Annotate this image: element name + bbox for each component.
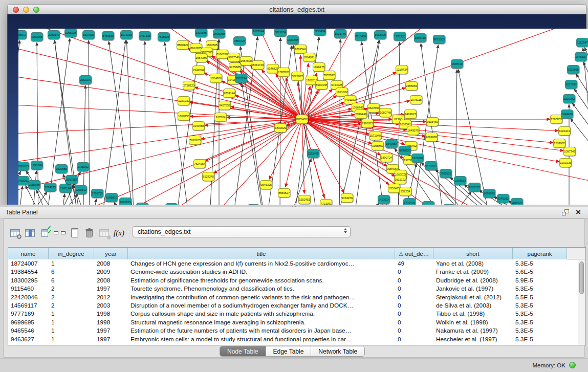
graph-node[interactable]: 1065328 [64, 29, 77, 37]
column-header-title[interactable]: title [128, 248, 395, 259]
graph-node[interactable]: 1352485 [388, 184, 400, 193]
graph-node[interactable]: 9175685 [229, 62, 241, 72]
zoom-window-button[interactable] [33, 7, 39, 13]
graph-node[interactable]: 1605380 [213, 29, 225, 38]
graph-node[interactable]: 9329965 [567, 65, 579, 74]
graph-node[interactable]: 8454749 [252, 60, 264, 70]
column-header-year[interactable]: year [94, 248, 128, 259]
float-panel-icon[interactable] [562, 209, 569, 215]
table-row[interactable]: 969969511998Structural magnetic resonanc… [8, 318, 585, 326]
graph-node[interactable]: 8860123 [177, 40, 189, 50]
graph-node[interactable]: 2803144 [223, 89, 235, 98]
graph-node[interactable]: 1097343 [563, 147, 576, 156]
graph-node[interactable]: 1615132 [394, 175, 406, 184]
graph-node[interactable]: 1099542 [483, 189, 495, 198]
table-row[interactable]: 1830029562008Estimation of significance … [8, 276, 585, 285]
graph-node[interactable]: 1795725 [91, 189, 103, 198]
graph-node[interactable]: 1640954 [385, 139, 398, 148]
tab-network-table[interactable]: Network Table [311, 346, 364, 356]
tab-edge-table[interactable]: Edge Table [266, 346, 312, 356]
graph-node[interactable]: 8186328 [216, 50, 228, 59]
graph-node[interactable]: 1654386 [195, 53, 207, 62]
graph-node[interactable]: 1696175 [313, 62, 325, 72]
graph-node[interactable]: 2405572 [18, 30, 27, 39]
graph-node[interactable]: 9827546 [228, 53, 240, 62]
graph-node[interactable]: 1098653 [454, 176, 466, 185]
graph-hub-node[interactable]: 18724007 [296, 115, 308, 124]
graph-node[interactable]: 1435061 [18, 176, 29, 185]
table-row[interactable]: 946554611997Estimation of the future num… [8, 326, 585, 335]
graph-node[interactable]: 8990448 [315, 80, 328, 90]
graph-node[interactable]: 1695810 [105, 193, 118, 202]
graph-node[interactable]: 8128245 [202, 172, 214, 181]
create-table-button[interactable] [67, 226, 82, 239]
graph-node[interactable]: 1413614 [378, 195, 390, 204]
graph-node[interactable]: 7857224 [233, 36, 246, 46]
graph-node[interactable]: 7626205 [189, 136, 201, 145]
graph-node[interactable]: 1071915 [120, 30, 133, 39]
graph-node[interactable]: 1649575 [407, 126, 419, 135]
column-header-name[interactable]: name [8, 248, 49, 259]
graph-node[interactable]: 1810755 [178, 112, 190, 121]
graph-node[interactable]: 9349456 [192, 121, 205, 130]
column-header-out_de[interactable]: △out_de… [395, 248, 433, 259]
graph-node[interactable]: 1891604 [31, 161, 43, 170]
graph-node[interactable]: 1467135 [139, 31, 151, 40]
graph-node[interactable]: 1219734 [396, 65, 408, 74]
select-all-rows-button[interactable]: ✓✓ [37, 226, 52, 239]
close-window-button[interactable] [13, 7, 19, 13]
column-header-pagerank[interactable]: pagerank [513, 248, 567, 259]
graph-node[interactable]: 1221333 [178, 96, 190, 105]
graph-node[interactable]: 1068860 [372, 141, 384, 150]
table-row[interactable]: 946362711997Embryonic stem cells: a mode… [8, 335, 585, 343]
delete-table-button[interactable] [82, 226, 97, 239]
tab-node-table[interactable]: Node Table [220, 346, 266, 356]
graph-node[interactable]: 1150434 [314, 29, 326, 36]
graph-node[interactable]: 2626655 [18, 162, 29, 171]
network-canvas[interactable]: 8860123891295518226059827508818632898275… [18, 29, 588, 211]
function-builder-button[interactable]: f(x) [112, 226, 126, 239]
close-panel-icon[interactable]: × [576, 209, 581, 216]
scrollbar-thumb[interactable] [579, 261, 584, 294]
graph-node[interactable]: 1735992 [77, 162, 89, 171]
graph-node[interactable]: 1864091 [303, 53, 315, 62]
graph-node[interactable]: 252254 [399, 187, 411, 196]
graph-node[interactable]: 1687044 [252, 29, 265, 36]
table-row[interactable]: 977716911998Corpus callosum shape and si… [8, 310, 585, 318]
row-height-button[interactable] [52, 226, 67, 239]
graph-node[interactable]: 2667608 [240, 56, 252, 65]
graph-node[interactable]: 1572040 [369, 131, 381, 140]
graph-node[interactable]: 9671005 [433, 35, 445, 44]
table-row[interactable]: 911546021997Tourette syndrome. Phenomeno… [8, 285, 585, 293]
minimize-window-button[interactable] [23, 7, 29, 13]
graph-node[interactable]: 2069140 [48, 30, 60, 39]
graph-node[interactable]: 1115688 [28, 180, 40, 189]
graph-node[interactable]: 6179197 [411, 154, 424, 163]
column-header-in_degree[interactable]: in_degree [49, 248, 94, 259]
graph-node[interactable]: 9997587 [66, 175, 78, 184]
graph-node[interactable]: 1903955 [31, 32, 43, 41]
graph-node[interactable]: 1203982 [553, 139, 565, 148]
graph-node[interactable]: 1648729 [451, 59, 463, 69]
graph-node[interactable]: 9115460 [426, 117, 439, 126]
graph-node[interactable]: 1080748 [379, 108, 391, 117]
graph-node[interactable]: 9227342 [565, 80, 577, 89]
graph-node[interactable]: 2053170 [79, 75, 92, 84]
graph-node[interactable]: 9546325 [260, 180, 272, 189]
graph-node[interactable]: 9565122 [468, 183, 481, 192]
graph-node[interactable]: 1209382 [563, 94, 575, 103]
graph-node[interactable]: 1918396 [374, 30, 386, 39]
graph-node[interactable]: 9463627 [404, 110, 417, 119]
graph-node[interactable]: 2718120 [183, 81, 195, 90]
graph-node[interactable]: 1024413 [558, 126, 571, 136]
window-titlebar[interactable]: citations_edges.txt [7, 4, 586, 14]
table-row[interactable]: 1456911722003Disruption of a novel membe… [8, 301, 585, 310]
graph-node[interactable]: 1234275 [44, 183, 56, 192]
graph-node[interactable]: 8822037 [291, 72, 303, 81]
table-row[interactable]: 1872400712008Changes of HCN gene express… [8, 259, 585, 268]
graph-node[interactable]: 2020655 [55, 164, 68, 173]
graph-node[interactable]: 7955812 [323, 71, 335, 80]
graph-node[interactable]: 8427552 [219, 101, 231, 110]
graph-node[interactable]: 1921898 [287, 35, 299, 45]
graph-node[interactable]: 1535475 [307, 149, 319, 158]
